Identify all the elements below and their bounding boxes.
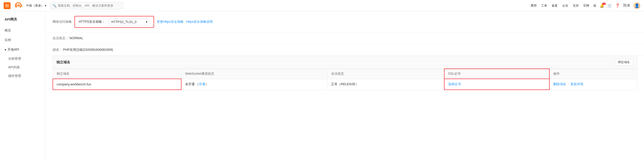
nav-link-tickets[interactable]: 工单: [541, 4, 547, 8]
nav-link-fees[interactable]: 费用: [531, 4, 536, 8]
nav-link-support[interactable]: 支持: [573, 4, 579, 8]
sidebar-title: API网关: [0, 15, 46, 26]
https-label: HTTPS安全策略：: [78, 20, 105, 24]
col-header-ssl: SSL证书: [444, 69, 550, 79]
sidebar-section-open-api[interactable]: ▾ 开放API: [0, 45, 46, 54]
logo[interactable]: 阿里云: [14, 2, 22, 9]
action-divider: |: [568, 82, 569, 86]
ws-status-cell: 未开通 （开通）: [181, 79, 327, 90]
legal-status-cell: 正常（RELEASE）: [328, 79, 444, 90]
domain-cell: company.workbench.fun: [53, 79, 181, 90]
table-row: company.workbench.fun 未开通 （开通） 正常（RELEAS…: [53, 79, 637, 90]
nav-links: 费用 工单 备案 企业 支持 官网: [531, 4, 589, 8]
domain-section-header: 独立域名 绑定域名: [52, 56, 637, 69]
cart-icon[interactable]: 🛒: [608, 3, 612, 8]
sidebar-item-instance[interactable]: 实例: [0, 35, 46, 45]
sidebar-item-overview[interactable]: 概览: [0, 26, 46, 35]
ws-status-text: 未开通: [185, 82, 195, 86]
bell-badge: 8: [602, 2, 606, 5]
chevron-down-icon: ▾: [4, 48, 6, 52]
user-avatar[interactable]: 👤: [634, 2, 640, 9]
nav-link-enterprise[interactable]: 企业: [562, 4, 568, 8]
ssl-cell: 选择证书: [444, 79, 550, 90]
delete-domain-link[interactable]: 删除域名: [553, 82, 566, 86]
change-env-link[interactable]: 更改环境: [570, 82, 583, 86]
col-header-action: 操作: [550, 69, 637, 79]
legal-status-row: 合法状态： NORMAL: [46, 33, 644, 44]
ws-open-link[interactable]: 开通: [199, 82, 205, 86]
domain-section: 独立域名 绑定域名 独立域名 WebSocket通道状态 合法状态 SSL证书 …: [46, 56, 644, 94]
svg-rect-1: [5, 5, 9, 6]
network-policy-row: 网络访问策略 HTTPS安全策略： HTTPS2_TLS1_0 ▾ 变更Http…: [52, 16, 637, 28]
svg-rect-2: [5, 7, 9, 7]
help-icon[interactable]: ❓: [615, 3, 620, 8]
col-header-ws: WebSocket通道状态: [181, 69, 327, 79]
bell-icon[interactable]: 🔔 8: [600, 3, 604, 8]
action-cell: 删除域名 | 更改环境: [550, 79, 637, 90]
search-icon: 🔍: [52, 4, 56, 7]
col-header-domain: 独立域名: [53, 69, 181, 79]
https-select[interactable]: HTTPS2_TLS1_0 ▾: [109, 19, 150, 25]
https-policy-box: HTTPS安全策略： HTTPS2_TLS1_0 ▾: [74, 16, 154, 28]
svg-text:阿里云: 阿里云: [15, 4, 22, 7]
legal-status-label: 合法状态：: [52, 36, 68, 40]
nav-icons: 🖥 🔔 8 🛒 ❓ 简体 👤: [593, 2, 640, 9]
lang-switch[interactable]: 简体: [623, 3, 630, 8]
nav-link-backup[interactable]: 备案: [552, 4, 558, 8]
select-cert-link[interactable]: 选择证书: [448, 82, 461, 86]
sidebar: API网关 概览 实例 ▾ 开放API 分组管理 API列表 插件管理: [0, 11, 46, 164]
search-input[interactable]: [58, 4, 121, 7]
domain-section-title: 独立域名: [56, 60, 70, 65]
legal-status-value: NORMAL: [70, 36, 83, 40]
policy-explain-link[interactable]: Https安全策略说明: [186, 20, 213, 24]
hamburger-menu[interactable]: [4, 2, 10, 9]
network-policy-label: 网络访问策略: [52, 20, 72, 24]
monitor-icon[interactable]: 🖥: [593, 4, 596, 8]
chevron-down-icon: ▾: [45, 4, 46, 7]
logo-icon: 阿里云: [14, 2, 22, 9]
description-label: 描述：: [52, 48, 62, 52]
search-bar[interactable]: 🔍: [50, 2, 123, 9]
description-value: PHP应用迁移(2020081800081009): [63, 48, 113, 52]
domain-table: 独立域名 WebSocket通道状态 合法状态 SSL证书 操作 company…: [52, 69, 637, 90]
main-content: 网络访问策略 HTTPS安全策略： HTTPS2_TLS1_0 ▾ 变更Http…: [46, 11, 644, 164]
nav-link-official[interactable]: 官网: [583, 4, 589, 8]
top-nav: 阿里云 中国（香港） ▾ 🔍 费用 工单 备案 企业 支持 官网 🖥 🔔 8 🛒…: [0, 0, 644, 11]
https-value: HTTPS2_TLS1_0: [111, 20, 137, 24]
policy-actions: 变更Https安全策略 Https安全策略说明: [157, 20, 213, 24]
region-selector[interactable]: 中国（香港） ▾: [26, 4, 46, 8]
sidebar-item-api-list[interactable]: API列表: [0, 63, 46, 72]
sidebar-item-group-mgmt[interactable]: 分组管理: [0, 54, 46, 63]
select-arrow-icon: ▾: [146, 20, 148, 24]
svg-rect-0: [5, 4, 9, 5]
change-policy-link[interactable]: 变更Https安全策略: [157, 20, 184, 24]
bind-domain-button[interactable]: 绑定域名: [614, 59, 633, 66]
description-row: 描述： PHP应用迁移(2020081800081009): [46, 44, 644, 56]
network-policy-section: 网络访问策略 HTTPS安全策略： HTTPS2_TLS1_0 ▾ 变更Http…: [46, 11, 644, 33]
col-header-status: 合法状态: [328, 69, 444, 79]
app-layout: API网关 概览 实例 ▾ 开放API 分组管理 API列表 插件管理 网络访问…: [0, 11, 644, 164]
sidebar-item-plugin-mgmt[interactable]: 插件管理: [0, 72, 46, 81]
